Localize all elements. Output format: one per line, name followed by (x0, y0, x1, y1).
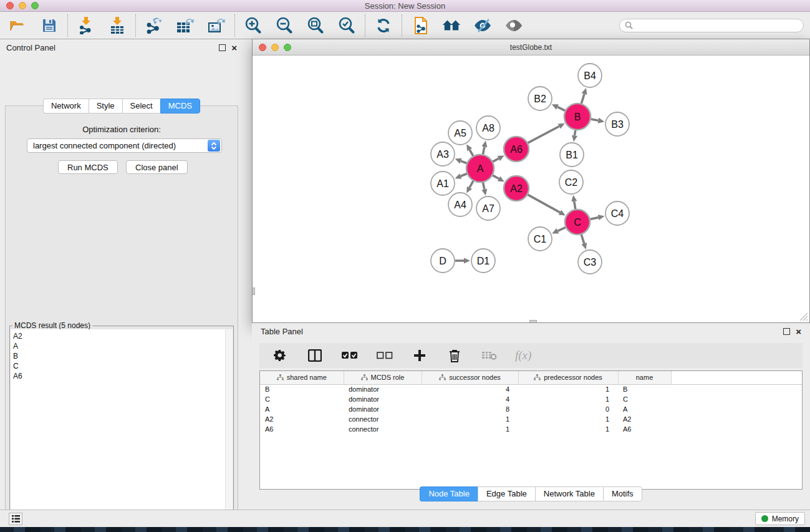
status-bar: Memory (0, 510, 810, 527)
new-network-icon[interactable] (411, 16, 430, 35)
hide-selected-icon[interactable] (473, 16, 492, 35)
select-stepper-icon (208, 140, 220, 152)
tab-node-table[interactable]: Node Table (420, 486, 478, 501)
tab-motifs[interactable]: Motifs (603, 486, 642, 501)
zoom-fit-icon[interactable] (306, 16, 325, 35)
graph-node-label: B1 (566, 150, 578, 160)
edge-A-A4[interactable] (470, 181, 473, 188)
edge-A-A5[interactable] (470, 150, 473, 156)
open-session-icon[interactable] (9, 16, 27, 35)
network-window-titlebar[interactable]: testGlobe.txt (253, 39, 809, 56)
memory-label: Memory (772, 515, 799, 523)
tab-mcds[interactable]: MCDS (160, 99, 200, 114)
table-row[interactable]: Bdominator41B (260, 384, 802, 394)
mcds-result-list[interactable]: A2ABCA6 (11, 329, 233, 532)
network-graph: B4B2BB3A5A8A6B1A3AC2A1A2A4A7C4CC1C3DD1 (253, 56, 809, 322)
edge-B-B1[interactable] (575, 130, 576, 136)
edge-arrowhead (571, 195, 577, 202)
column-header-predecessor-nodes[interactable]: predecessor nodes (518, 371, 618, 384)
result-item[interactable]: A6 (13, 371, 233, 381)
search-icon (625, 21, 634, 32)
close-panel-button[interactable]: Close panel (126, 160, 188, 174)
edge-arrowhead (455, 158, 462, 164)
node-table-header: shared name MCDS role successor nodes pr… (260, 371, 802, 384)
edge-A2-C[interactable] (528, 195, 560, 212)
edge-A-A8[interactable] (483, 147, 485, 154)
criterion-select[interactable]: largest connected component (directed) (27, 138, 222, 153)
window-resize-grip[interactable] (799, 312, 808, 321)
column-header-shared-name[interactable]: shared name (260, 371, 344, 384)
show-all-icon[interactable] (442, 16, 461, 35)
add-column-icon[interactable] (410, 346, 429, 365)
tab-network-table[interactable]: Network Table (535, 486, 603, 501)
node-table-body: Bdominator41BCdominator41CAdominator80AA… (260, 384, 802, 434)
edge-A-A3[interactable] (461, 161, 467, 163)
export-image-icon[interactable] (207, 16, 226, 35)
zoom-in-icon[interactable] (244, 16, 263, 35)
column-header-mcds-role[interactable]: MCDS role (344, 371, 422, 384)
column-header-name[interactable]: name (618, 371, 671, 384)
canvas-left-grip[interactable] (253, 288, 255, 295)
result-scrollbar[interactable] (225, 329, 233, 532)
import-table-icon[interactable] (108, 16, 127, 35)
tab-network[interactable]: Network (43, 99, 89, 114)
result-item[interactable]: A2 (13, 331, 233, 341)
canvas-bottom-grip[interactable] (529, 320, 537, 322)
search-input[interactable] (619, 19, 804, 32)
table-row[interactable]: A6connector11A6 (260, 424, 802, 434)
graph-node-label: C1 (534, 234, 547, 244)
task-history-button[interactable] (9, 513, 22, 525)
column-header-successor-nodes[interactable]: successor nodes (422, 371, 518, 384)
edge-A-A7[interactable] (483, 183, 485, 190)
tab-style[interactable]: Style (89, 99, 122, 114)
export-network-icon[interactable] (145, 16, 163, 35)
run-mcds-button[interactable]: Run MCDS (58, 160, 118, 174)
zoom-selected-icon[interactable] (337, 16, 356, 35)
graph-node-label: B (574, 112, 581, 122)
float-table-panel-icon[interactable] (783, 328, 790, 335)
edge-A6-B[interactable] (528, 126, 559, 143)
graph-node-label: A3 (436, 149, 449, 160)
edge-C-C3[interactable] (581, 235, 584, 243)
edge-B-B3[interactable] (591, 119, 599, 120)
table-panel-header: Table Panel × (252, 323, 810, 339)
network-canvas[interactable]: B4B2BB3A5A8A6B1A3AC2A1A2A4A7C4CC1C3DD1 (253, 56, 809, 322)
export-table-icon[interactable] (176, 16, 195, 35)
zoom-out-icon[interactable] (275, 16, 294, 35)
edge-C-C2[interactable] (574, 201, 576, 210)
table-row[interactable]: Cdominator41C (260, 394, 802, 404)
import-network-icon[interactable] (77, 16, 95, 35)
edge-C-C1[interactable] (557, 228, 566, 231)
select-all-checkboxes-icon[interactable] (340, 346, 359, 365)
table-row[interactable]: A2connector11A2 (260, 414, 802, 424)
criterion-selected-value: largest connected component (directed) (27, 141, 208, 150)
edge-A-A1[interactable] (461, 174, 467, 177)
table-row[interactable]: Adominator80A (260, 404, 802, 414)
delete-column-icon[interactable] (445, 346, 464, 365)
float-panel-icon[interactable] (219, 44, 226, 51)
edge-C-C4[interactable] (591, 218, 599, 220)
edge-A-A6[interactable] (493, 158, 498, 162)
graph-node-label: A2 (510, 183, 523, 194)
tab-edge-table[interactable]: Edge Table (478, 486, 535, 501)
save-session-icon[interactable] (40, 16, 59, 35)
memory-button[interactable]: Memory (755, 512, 805, 525)
close-panel-icon[interactable]: × (231, 44, 237, 51)
split-columns-icon[interactable] (306, 346, 324, 365)
result-item[interactable]: C (13, 361, 233, 371)
edge-B-B4[interactable] (581, 94, 584, 104)
graph-node-label: A (477, 163, 484, 174)
close-table-panel-icon[interactable]: × (796, 328, 801, 335)
refresh-icon[interactable] (374, 16, 393, 35)
edge-B-B2[interactable] (557, 107, 565, 110)
show-hidden-icon[interactable] (504, 16, 523, 35)
edge-A-A2[interactable] (493, 175, 499, 178)
result-item[interactable]: B (13, 351, 233, 361)
table-panel: Table Panel × (252, 323, 810, 510)
result-item[interactable]: A (13, 341, 233, 351)
deselect-all-checkboxes-icon[interactable] (375, 346, 394, 365)
delete-table-icon[interactable] (480, 346, 499, 365)
gear-icon[interactable] (271, 346, 289, 365)
network-view-window: testGlobe.txt B4B2BB3A5A8A6B1A3AC2A1A2A4… (252, 39, 810, 323)
tab-select[interactable]: Select (122, 99, 160, 114)
